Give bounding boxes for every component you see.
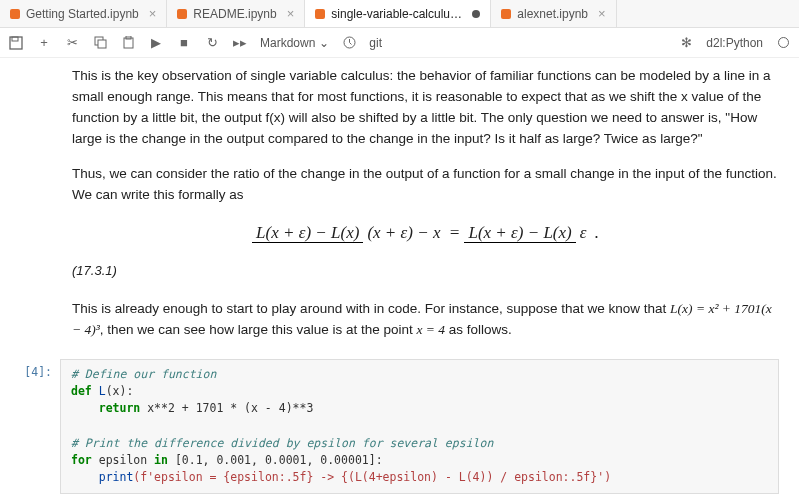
tab-label: single-variable-calculus.ipy (331, 7, 466, 21)
input-prompt: [4]: (10, 359, 60, 494)
cut-icon[interactable]: ✂ (64, 35, 80, 51)
cell-type-selector[interactable]: Markdown ⌄ (260, 36, 329, 50)
code-cell[interactable]: [4]: # Define our function def L(x): ret… (60, 359, 779, 494)
tab-label: Getting Started.ipynb (26, 7, 139, 21)
run-icon[interactable]: ▶ (148, 35, 164, 51)
close-icon[interactable]: × (598, 6, 606, 21)
notebook-icon (177, 9, 187, 19)
run-all-icon[interactable]: ▸▸ (232, 35, 248, 51)
tab-bar: Getting Started.ipynb × README.ipynb × s… (0, 0, 799, 28)
paragraph: This is already enough to start to play … (72, 299, 779, 341)
paragraph: This is the key observation of single va… (72, 66, 779, 150)
notebook-toolbar: + ✂ ▶ ■ ↻ ▸▸ Markdown ⌄ git ✻ d2l:Python (0, 28, 799, 58)
notebook-content[interactable]: This is the key observation of single va… (0, 58, 799, 500)
unsaved-dot-icon (472, 10, 480, 18)
gear-icon[interactable]: ✻ (678, 35, 694, 51)
paragraph: Thus, we can consider the ratio of the c… (72, 164, 779, 206)
close-icon[interactable]: × (149, 6, 157, 21)
kernel-name[interactable]: d2l:Python (706, 36, 763, 50)
restart-icon[interactable]: ↻ (204, 35, 220, 51)
save-icon[interactable] (8, 35, 24, 51)
clock-icon[interactable] (341, 35, 357, 51)
cell-type-label: Markdown (260, 36, 315, 50)
svg-rect-3 (98, 40, 106, 48)
kernel-status-icon (775, 35, 791, 51)
git-label[interactable]: git (369, 36, 382, 50)
tab-readme[interactable]: README.ipynb × (167, 0, 305, 27)
add-cell-icon[interactable]: + (36, 35, 52, 51)
stop-icon[interactable]: ■ (176, 35, 192, 51)
tab-getting-started[interactable]: Getting Started.ipynb × (0, 0, 167, 27)
close-icon[interactable]: × (287, 6, 295, 21)
notebook-icon (501, 9, 511, 19)
copy-icon[interactable] (92, 35, 108, 51)
notebook-icon (315, 9, 325, 19)
tab-label: README.ipynb (193, 7, 276, 21)
equation: L(x + ε) − L(x)(x + ε) − x = L(x + ε) − … (72, 220, 779, 247)
chevron-down-icon: ⌄ (319, 36, 329, 50)
notebook-icon (10, 9, 20, 19)
tab-label: alexnet.ipynb (517, 7, 588, 21)
svg-point-7 (778, 38, 788, 48)
equation-number: (17.3.1) (72, 261, 779, 281)
code-input[interactable]: # Define our function def L(x): return x… (60, 359, 779, 494)
tab-single-variable-calculus[interactable]: single-variable-calculus.ipy (305, 0, 491, 27)
paste-icon[interactable] (120, 35, 136, 51)
markdown-cell[interactable]: This is the key observation of single va… (72, 66, 779, 341)
tab-alexnet[interactable]: alexnet.ipynb × (491, 0, 616, 27)
